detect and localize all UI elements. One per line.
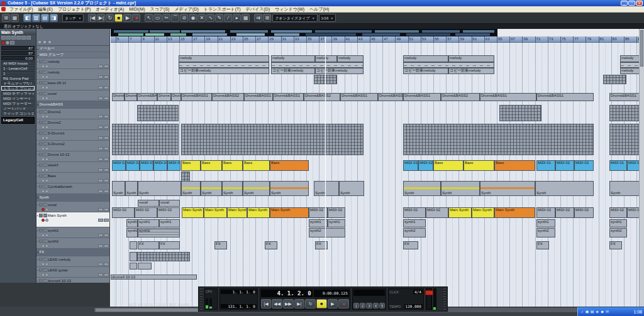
track-row-melody[interactable]: ▪MSmelody: [36, 58, 109, 69]
folder-icon[interactable]: ▸: [37, 195, 39, 199]
drum-map-select[interactable]: ドラムマップなし: [1, 81, 35, 85]
event-bass[interactable]: Bass: [433, 160, 464, 171]
vertical-scrollbar[interactable]: [639, 29, 644, 307]
event-midi-02[interactable]: MIDI 02: [555, 207, 574, 218]
track-record-button[interactable]: [42, 147, 45, 150]
track-monitor-button[interactable]: [45, 126, 48, 129]
track-monitor-button[interactable]: [45, 273, 48, 276]
event-melody[interactable]: melody: [337, 55, 364, 62]
event-synth2[interactable]: synth2: [609, 228, 627, 237]
track-output-mini[interactable]: [98, 136, 103, 139]
track-output-mini[interactable]: [98, 75, 103, 79]
track-output-mini[interactable]: [98, 179, 103, 182]
track-row-synth2[interactable]: ▪MSsynth2: [36, 238, 109, 249]
tempo-label[interactable]: TEMPO: [389, 305, 401, 308]
event-melody[interactable]: melody: [620, 68, 639, 74]
event--melody[interactable]: コピー対象melody: [179, 68, 269, 74]
event-melody[interactable]: melody: [179, 55, 269, 62]
event-synth1[interactable]: synth1: [328, 219, 345, 227]
event-fx[interactable]: FX: [214, 241, 227, 249]
track-output-mini[interactable]: [98, 86, 103, 89]
track-mute-button[interactable]: M: [39, 92, 43, 95]
track-monitor-button[interactable]: [45, 179, 48, 182]
event-midi-02[interactable]: MIDI 02: [627, 160, 639, 171]
event-lanes[interactable]: melodymelodymelodymelodymelodymelodymelo…: [111, 43, 639, 307]
track-row-cymbal-crash[interactable]: ▪MSCymbal&crash: [36, 183, 109, 194]
track-row--[interactable]: ▸マーカー: [36, 46, 109, 52]
event-midi-02[interactable]: MIDI 02: [135, 207, 157, 218]
track-output-mini[interactable]: [98, 168, 103, 172]
event-fx[interactable]: FX: [609, 241, 622, 249]
track-output-mini[interactable]: [98, 126, 103, 129]
event-main-synth[interactable]: Main Synth: [204, 207, 227, 218]
track-solo-button[interactable]: S: [43, 81, 47, 85]
event-melody-notes[interactable]: [179, 62, 269, 68]
event-synth1[interactable]: synth1: [126, 219, 138, 227]
track-record-button[interactable]: [42, 179, 45, 182]
setup-icon[interactable]: ⊞: [2, 14, 10, 22]
track-channel-mini[interactable]: [104, 136, 109, 139]
track-mute-button[interactable]: M: [39, 239, 43, 243]
track-row-synth[interactable]: ▸Synth: [36, 194, 109, 202]
track-record-button[interactable]: [42, 97, 45, 100]
record-button[interactable]: ●: [338, 299, 349, 308]
track-channel-mini[interactable]: [104, 263, 109, 266]
track-solo-button[interactable]: S: [43, 185, 47, 188]
track-solo-button[interactable]: S: [43, 203, 47, 207]
track-list-add-icon[interactable]: [48, 40, 52, 44]
quantize-value-select[interactable]: 1/16▼: [319, 14, 336, 22]
vertical-scrollbar-thumb[interactable]: [640, 30, 643, 67]
track-monitor-button[interactable]: [45, 136, 48, 139]
tray-display-icon[interactable]: ▤: [590, 310, 594, 314]
event-synth2[interactable]: synth2: [309, 228, 345, 237]
event-bass[interactable]: Bass: [222, 160, 243, 171]
event-drums1[interactable]: Drums1: [112, 93, 125, 101]
track-solo-button[interactable]: S: [43, 268, 47, 272]
event-synth[interactable]: Synth: [222, 181, 243, 196]
track-row-fx[interactable]: ▸FX: [36, 249, 109, 256]
event-synth[interactable]: Synth: [112, 181, 125, 196]
input-routing-select[interactable]: All MIDI Inputs: [1, 61, 35, 65]
track-output-mini[interactable]: [98, 234, 103, 237]
mute-button[interactable]: [1, 36, 6, 40]
event-synth1[interactable]: synth1: [138, 219, 159, 227]
event--melody[interactable]: コピー対象melody: [315, 68, 364, 74]
track-monitor-button[interactable]: [45, 75, 48, 79]
menu-item-10[interactable]: ヘルプ(H): [307, 6, 331, 13]
event-melody-notes[interactable]: [620, 62, 639, 68]
event-fx[interactable]: FX: [315, 241, 328, 249]
track-row-bass-09-10[interactable]: ▪MSbass-09 10: [36, 80, 109, 90]
event-drums-bass1[interactable]: Drums&BASS1: [340, 93, 378, 101]
event-drums-bass1[interactable]: Drums&BASS1: [403, 93, 441, 101]
overview-toggle-icon[interactable]: ▤: [41, 14, 49, 22]
event-drums-bass2[interactable]: Drums&BASS2: [304, 93, 340, 101]
track-mute-button[interactable]: M: [39, 163, 43, 167]
goto-start-button[interactable]: |◀: [261, 299, 272, 308]
event-synth2[interactable]: synth2: [126, 228, 138, 237]
timewarp-tool-icon[interactable]: ∿: [206, 14, 214, 22]
event-synth[interactable]: Synth: [480, 181, 535, 196]
track-channel-mini[interactable]: [104, 234, 109, 237]
track-monitor-button[interactable]: [45, 158, 48, 161]
event-bass[interactable]: Bass: [270, 160, 309, 171]
marker-5-button[interactable]: 5: [379, 303, 385, 308]
track-mute-button[interactable]: M: [39, 110, 43, 114]
arrange-area[interactable]: 5791113151719212325272931333537394143454…: [110, 29, 639, 307]
event-synth[interactable]: Synth: [125, 181, 138, 196]
inspector-section-1[interactable]: MIDI モディファイアー: [1, 91, 35, 95]
event-synth[interactable]: Synth: [535, 181, 594, 196]
track-mute-button[interactable]: M: [39, 214, 43, 217]
play-tool-icon[interactable]: ▸: [233, 14, 241, 22]
marker-2-button[interactable]: 2: [360, 303, 365, 308]
track-channel-mini[interactable]: [104, 158, 109, 161]
inspector-section-3[interactable]: MIDI フェーダー: [1, 101, 35, 106]
left-locator-value[interactable]: 1. 1. 1. 0: [221, 290, 256, 294]
event-drums-bass1[interactable]: Drums&BASS1: [536, 93, 594, 101]
track-row-drums-10-13[interactable]: ▪MSDrums 10-13: [36, 151, 109, 162]
edit-channel-button[interactable]: [21, 36, 26, 40]
track-output-mini[interactable]: [98, 273, 103, 276]
autoscroll-icon[interactable]: ⇉: [254, 14, 262, 22]
track-monitor-button[interactable]: [45, 97, 48, 100]
event-drums-bass1[interactable]: Drums&BASS1: [273, 93, 304, 101]
event-synth1[interactable]: synth1: [609, 219, 627, 227]
